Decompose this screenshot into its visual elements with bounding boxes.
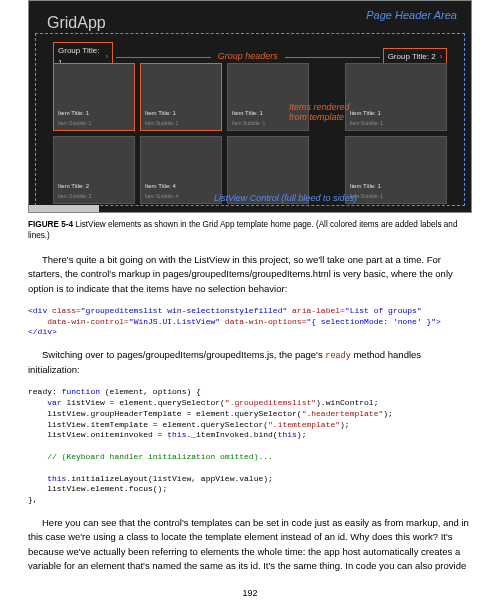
para-1: There's quite a bit going on with the Li… xyxy=(28,253,472,296)
group-2-tiles: Item Title: 1Item Subtitle: 1 Item Title… xyxy=(345,63,447,204)
chevron-right-icon: › xyxy=(106,52,108,63)
tile: Item Title: 4Item Subtitle: 4 xyxy=(140,136,222,204)
caption-text: ListView elements as shown in the Grid A… xyxy=(28,220,457,240)
figure-caption: FIGURE 5-4 ListView elements as shown in… xyxy=(28,219,472,241)
caption-label: FIGURE 5-4 xyxy=(28,220,73,229)
para-2: Switching over to pages/groupedItems/gro… xyxy=(28,348,472,377)
group-1-tiles: Item Title: 1Item Subtitle: 1 Item Title… xyxy=(53,63,309,204)
tile: Item Title: 1Item Subtitle: 1 xyxy=(140,63,222,131)
inline-code-ready: ready xyxy=(325,351,351,361)
annot-line xyxy=(116,57,211,58)
annot-line xyxy=(285,57,380,58)
annot-page-header-area: Page Header Area xyxy=(366,7,457,24)
annot-items-rendered: Items rendered from template xyxy=(289,102,361,123)
tile: Item Title: 1Item Subtitle: 1 xyxy=(53,63,135,131)
code-block-1: <div class="groupeditemslist win-selecti… xyxy=(28,306,472,338)
tiles-region: Item Title: 1Item Subtitle: 1 Item Title… xyxy=(53,63,447,204)
page-number: 192 xyxy=(28,587,472,601)
app-title: GridApp xyxy=(47,11,106,35)
annot-group-headers: Group headers xyxy=(218,50,278,64)
scrollbar-stub xyxy=(29,205,99,213)
code-block-2: ready: function (element, options) { var… xyxy=(28,387,472,506)
tile: Item Title: 1Item Subtitle: 1 xyxy=(345,136,447,204)
tile: Item Title: 2Item Subtitle: 2 xyxy=(53,136,135,204)
group-header-label: Group Title: 2 xyxy=(388,51,436,63)
para-3: Here you can see that the control's temp… xyxy=(28,516,472,573)
figure-screenshot: Page Header Area GridApp Group Title: 1 … xyxy=(28,0,472,213)
annot-listview-control: ListView Control (full bleed to sides) xyxy=(214,193,357,203)
page: Page Header Area GridApp Group Title: 1 … xyxy=(0,0,500,610)
chevron-right-icon: › xyxy=(440,52,442,63)
